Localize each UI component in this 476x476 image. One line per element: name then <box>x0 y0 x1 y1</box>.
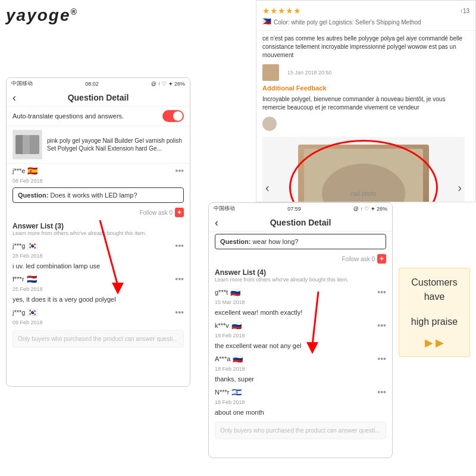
prev-image-arrow[interactable]: ‹ <box>265 181 270 195</box>
brand-registered: ® <box>71 7 78 17</box>
play-arrow-2: ▶ <box>436 336 444 349</box>
answer-list-header-right: Answer List (4) Learn more from others w… <box>209 266 392 285</box>
r-more-menu-a1[interactable]: ••• <box>377 287 386 297</box>
answer-list-sub-right: Learn more from others who've already bo… <box>215 277 386 283</box>
username-1: j***e <box>12 167 25 174</box>
page-title-left: Question Detail <box>68 93 129 102</box>
svg-text:nail photo: nail photo <box>350 190 377 197</box>
thumbs-count: ↑13 <box>460 8 469 14</box>
product-name: pink poly gel yayoge Nail Builder Gel va… <box>47 137 184 152</box>
r-more-menu-a3[interactable]: ••• <box>377 354 386 364</box>
r-answer-user-4: N***r 🇮🇱 ••• <box>209 385 392 399</box>
follow-ask-right: Follow ask 0 + <box>209 252 392 266</box>
review-header: ★★★★★ ↑13 🇵🇭 Color: white poly gel Logis… <box>256 1 475 31</box>
praise-arrows: ▶ ▶ <box>405 336 464 349</box>
svg-marker-8 <box>112 283 124 295</box>
answer-list-title-right: Answer List (4) <box>215 268 386 277</box>
r-answer-text-4: about one month <box>209 406 392 418</box>
nav-bar-left: ‹ Question Detail <box>7 89 190 107</box>
product-thumbnail <box>12 130 42 159</box>
more-menu-a2[interactable]: ••• <box>175 274 184 284</box>
only-buyers-box-right: Only buyers who purchased the product ca… <box>215 422 386 439</box>
review-date1: 15 Jan 2018 20:50 <box>281 68 338 77</box>
question-box-right: Question: wear how long? <box>215 234 386 249</box>
battery-left: 26% <box>174 81 185 87</box>
praise-box: Customers have high praise ▶ ▶ <box>399 268 470 357</box>
more-menu-a3[interactable]: ••• <box>175 308 184 317</box>
r-answer-text-3: thanks, super <box>209 373 392 385</box>
more-menu-a1[interactable]: ••• <box>175 241 184 250</box>
user-date-1: 08 Feb 2018 <box>7 178 190 185</box>
back-button-left[interactable]: ‹ <box>12 92 16 104</box>
red-arrow-left <box>94 220 142 300</box>
user-row-1: j***e 🇪🇸 ••• <box>7 164 190 178</box>
brand-name: yayoge <box>6 6 71 24</box>
auto-translate-label: Auto-translate questions and answers. <box>12 112 124 120</box>
review-stars: ★★★★★ <box>262 6 301 15</box>
user-info-1: j***e 🇪🇸 <box>12 166 37 176</box>
status-bar-right: 中国移动 07:59 @ ↑ ♡ ✦ 26% <box>209 203 392 214</box>
only-buyers-box-left: Only buyers who purchased the product ca… <box>12 330 184 347</box>
answer-user-3: j***g 🇰🇷 ••• <box>7 305 190 320</box>
carrier-left: 中国移动 <box>11 80 33 87</box>
battery-right: 26% <box>377 206 387 212</box>
question-text-right: wear how long? <box>252 238 298 245</box>
next-image-arrow[interactable]: › <box>458 181 462 195</box>
feedback-text: Incroyable polygel, bienvenue commander … <box>256 94 475 113</box>
r-more-menu-a4[interactable]: ••• <box>377 387 386 397</box>
follow-ask-button-left[interactable]: + <box>175 208 184 217</box>
carrier-right: 中国移动 <box>214 205 235 212</box>
play-arrow-1: ▶ <box>425 336 433 349</box>
follow-ask-button-right[interactable]: + <box>377 254 386 264</box>
svg-line-9 <box>312 292 318 345</box>
review-screenshot: ★★★★★ ↑13 🇵🇭 Color: white poly gel Logis… <box>256 0 476 202</box>
more-menu-1[interactable]: ••• <box>175 166 184 176</box>
back-button-right[interactable]: ‹ <box>215 217 218 229</box>
praise-text-line1: Customers have <box>405 275 464 304</box>
time-left: 08:02 <box>85 81 99 87</box>
svg-line-7 <box>100 220 118 286</box>
r-more-menu-a2[interactable]: ••• <box>377 321 386 330</box>
follow-ask-label-right: Follow ask 0 <box>342 256 375 262</box>
svg-rect-6 <box>30 135 39 154</box>
svg-marker-10 <box>306 342 318 354</box>
nail-image-container: ‹ nail photo › <box>262 137 465 202</box>
question-text-left: Does it works with LED lamp? <box>50 192 137 199</box>
brand-logo: yayoge® <box>6 6 78 25</box>
status-bar-left: 中国移动 08:02 @ ↑ ♡ ✦ 26% <box>7 78 190 89</box>
status-icons-right: @ ↑ ♡ ✦ 26% <box>353 206 387 212</box>
additional-feedback-label: Additional Feedback <box>256 82 475 94</box>
follow-ask-label-left: Follow ask 0 <box>139 209 173 216</box>
red-arrow-right <box>300 292 336 359</box>
time-right: 07:59 <box>287 206 301 212</box>
follow-ask-left: Follow ask 0 + <box>7 205 190 220</box>
praise-text-line2: high praise <box>405 315 464 329</box>
review-text: ce n'est pas comme les autres belle poly… <box>256 31 475 63</box>
auto-translate-toggle: Auto-translate questions and answers. <box>7 107 190 126</box>
product-row[interactable]: pink poly gel yayoge Nail Builder Gel va… <box>7 126 190 164</box>
toggle-switch[interactable] <box>162 110 184 122</box>
status-icons-left: @ ↑ ♡ ✦ 26% <box>151 81 185 87</box>
review-color-info: Color: white poly gel Logistics: Seller'… <box>274 19 421 26</box>
question-box-left: Question: Does it works with LED lamp? <box>12 187 184 203</box>
page-title-right: Question Detail <box>270 218 331 227</box>
nav-bar-right: ‹ Question Detail <box>209 214 392 231</box>
